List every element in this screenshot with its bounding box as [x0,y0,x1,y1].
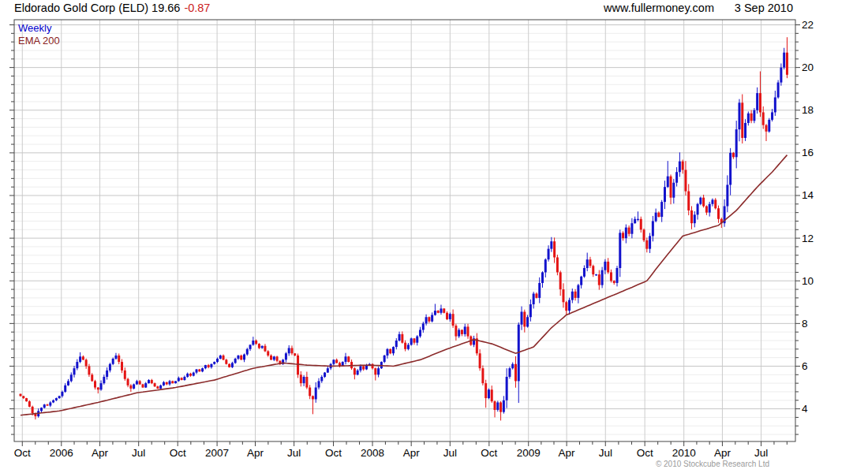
y-axis-label: 14 [802,189,814,201]
x-axis-label: Jul [443,447,457,459]
x-axis-label: Jul [754,447,768,459]
y-axis-label: 6 [802,360,808,372]
x-axis-label: Oct [170,447,186,459]
x-axis-label: 2007 [205,447,229,459]
price-chart-canvas: 46810121416182022Oct2006AprJulOct2007Apr… [0,0,868,473]
x-axis-label: Jul [287,447,301,459]
y-axis-label: 16 [802,147,814,158]
x-axis-label: Oct [325,447,342,459]
legend-timeframe: Weekly [18,22,60,35]
y-axis-label: 12 [802,233,814,244]
x-axis-label: 2010 [672,447,696,459]
x-axis-label: 2009 [517,447,541,459]
copyright-label: © 2010 Stockcube Research Ltd [656,460,769,468]
x-axis-label: Apr [92,447,109,459]
x-axis-label: Oct [14,447,31,459]
x-axis-label: Apr [559,447,576,459]
x-axis-label: Apr [714,447,731,459]
x-axis-label: Jul [132,447,145,459]
x-axis-label: Oct [637,447,653,459]
y-axis-label: 4 [802,403,808,415]
x-axis-label: Apr [247,447,264,459]
x-axis-label: Apr [403,447,421,459]
chart-window: Eldorado Gold Corp (ELD) 19.66-0.87 www.… [0,0,868,473]
chart-legend: Weekly EMA 200 [18,22,60,47]
y-axis-label: 20 [802,61,814,73]
y-axis-label: 22 [802,19,814,31]
y-axis-label: 8 [802,318,808,330]
x-axis-label: Oct [481,447,497,459]
x-axis: Oct2006AprJulOct2007AprJulOct2008AprJulO… [14,441,788,459]
y-axis-label: 18 [802,104,814,116]
x-axis-label: 2006 [50,447,73,459]
x-axis-label: 2008 [361,447,384,459]
y-axis-label: 10 [802,275,814,287]
legend-ema: EMA 200 [18,35,60,47]
x-axis-label: Jul [599,447,612,459]
